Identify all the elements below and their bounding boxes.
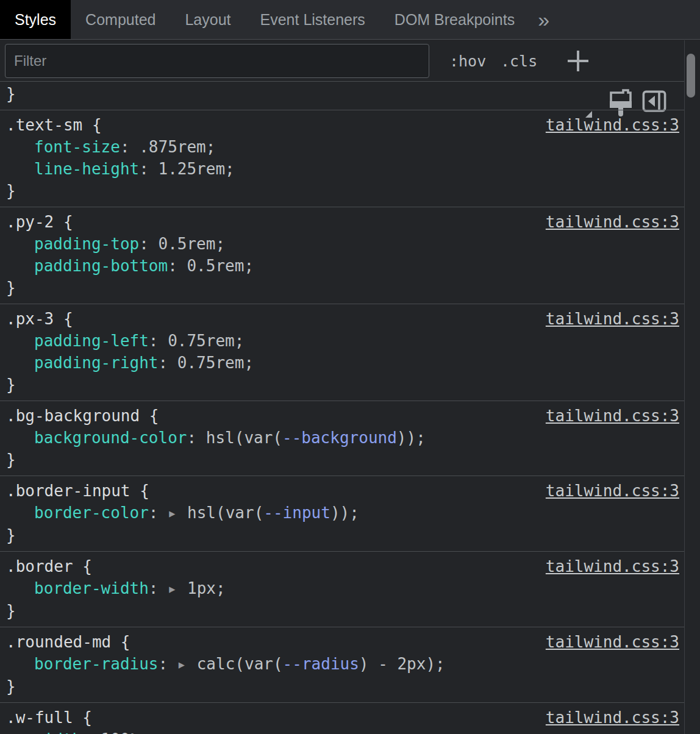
rule-selector[interactable]: .w-full: [6, 708, 73, 727]
property-value[interactable]: hsl(var(--background));: [206, 429, 426, 447]
opening-brace: {: [54, 213, 73, 231]
tab-event-listeners[interactable]: Event Listeners: [246, 0, 380, 39]
styles-toolbar: :hov .cls: [0, 40, 700, 82]
opening-brace: {: [73, 708, 92, 727]
rule-selector[interactable]: .border-input: [6, 482, 130, 500]
closing-brace: }: [6, 524, 678, 546]
devtools-sidebar-tabbar: StylesComputedLayoutEvent ListenersDOM B…: [0, 0, 700, 40]
rule-selector[interactable]: .rounded-md: [6, 633, 111, 651]
source-link[interactable]: tailwind.css:3: [546, 631, 679, 653]
property-colon: :: [139, 235, 158, 253]
opening-brace: {: [54, 310, 73, 328]
css-declaration: background-color: hsl(var(--background))…: [6, 427, 678, 449]
css-rule: tailwind.css:3.py-2 {padding-top: 0.5rem…: [0, 207, 684, 304]
tab-layout[interactable]: Layout: [170, 0, 245, 39]
css-variable-name[interactable]: --background: [282, 429, 397, 447]
rule-selector[interactable]: .text-sm: [6, 116, 82, 134]
closing-brace: }: [6, 675, 678, 697]
property-colon: :: [149, 504, 168, 522]
css-declaration: padding-top: 0.5rem;: [6, 233, 678, 255]
css-variable-name[interactable]: --radius: [283, 655, 359, 673]
css-rule: tailwind.css:3.border {border-width: ▶ 1…: [0, 552, 684, 627]
scrollbar-thumb[interactable]: [687, 54, 695, 98]
tab-computed[interactable]: Computed: [71, 0, 170, 39]
css-declaration: padding-left: 0.75rem;: [6, 330, 678, 352]
closing-brace: }: [6, 374, 678, 396]
property-name[interactable]: border-width: [34, 579, 149, 597]
source-link[interactable]: tailwind.css:3: [546, 211, 679, 233]
tab-dom-breakpoints[interactable]: DOM Breakpoints: [380, 0, 529, 39]
expand-longhands-icon[interactable]: ▶: [179, 654, 185, 675]
opening-brace: {: [111, 633, 130, 651]
opening-brace: {: [140, 407, 159, 425]
tab-styles[interactable]: Styles: [0, 0, 71, 39]
scrollbar-track[interactable]: [684, 40, 700, 734]
css-rule: tailwind.css:3.text-sm {font-size: .875r…: [0, 110, 684, 207]
property-name[interactable]: padding-right: [34, 354, 159, 372]
source-link[interactable]: tailwind.css:3: [546, 480, 679, 502]
property-value[interactable]: calc(var(--radius) - 2px);: [197, 655, 445, 673]
rule-selector[interactable]: .bg-background: [6, 407, 140, 425]
property-value[interactable]: 100%;: [101, 730, 149, 734]
property-colon: :: [149, 579, 168, 597]
property-value[interactable]: 0.5rem;: [187, 257, 254, 275]
rule-selector[interactable]: .border: [6, 557, 73, 575]
property-name[interactable]: padding-bottom: [34, 257, 168, 275]
css-rule: tailwind.css:3.bg-background {background…: [0, 401, 684, 476]
property-value[interactable]: hsl(var(--input));: [187, 504, 359, 522]
property-value[interactable]: 1.25rem;: [159, 160, 235, 178]
rule-selector[interactable]: .px-3: [6, 310, 54, 328]
property-colon: :: [187, 429, 205, 447]
css-rule: tailwind.css:3.border-input {border-colo…: [0, 476, 684, 552]
closing-brace: }: [6, 83, 678, 105]
closing-brace: }: [6, 449, 678, 471]
property-name[interactable]: font-size: [34, 138, 120, 156]
property-value[interactable]: 0.75rem;: [168, 332, 244, 350]
css-declaration: font-size: .875rem;: [6, 136, 678, 158]
source-link[interactable]: tailwind.css:3: [546, 308, 679, 330]
css-rule: }: [0, 82, 684, 110]
css-variable-name[interactable]: --input: [263, 504, 330, 522]
property-name[interactable]: background-color: [34, 429, 187, 447]
property-name[interactable]: padding-left: [34, 332, 149, 350]
css-declaration: border-color: ▶ hsl(var(--input));: [6, 502, 678, 524]
pseudo-state-toggle[interactable]: :hov: [449, 40, 486, 82]
property-colon: :: [168, 257, 187, 275]
property-value[interactable]: 0.75rem;: [177, 354, 254, 372]
expand-longhands-icon[interactable]: ▶: [169, 578, 175, 600]
more-tabs-icon[interactable]: »: [529, 0, 558, 39]
closing-brace: }: [6, 180, 678, 202]
property-colon: :: [139, 160, 158, 178]
property-value[interactable]: 0.5rem;: [159, 235, 226, 253]
property-name[interactable]: border-radius: [34, 655, 159, 673]
property-name[interactable]: border-color: [34, 504, 149, 522]
source-link[interactable]: tailwind.css:3: [546, 114, 679, 136]
css-rule: tailwind.css:3.w-full {width: 100%;}: [0, 703, 684, 734]
property-value[interactable]: .875rem;: [139, 138, 215, 156]
css-declaration: padding-bottom: 0.5rem;: [6, 255, 678, 277]
closing-brace: }: [6, 600, 678, 622]
property-name[interactable]: line-height: [34, 160, 139, 178]
element-class-toggle[interactable]: .cls: [501, 40, 537, 82]
expand-longhands-icon[interactable]: ▶: [169, 502, 175, 524]
property-colon: :: [159, 655, 177, 673]
property-name[interactable]: width: [34, 730, 82, 734]
css-declaration: line-height: 1.25rem;: [6, 158, 678, 180]
source-link[interactable]: tailwind.css:3: [546, 555, 679, 577]
property-value[interactable]: 1px;: [187, 579, 226, 597]
css-rule: tailwind.css:3.px-3 {padding-left: 0.75r…: [0, 304, 684, 401]
css-rule: tailwind.css:3.rounded-md {border-radius…: [0, 627, 684, 703]
source-link[interactable]: tailwind.css:3: [546, 405, 679, 427]
css-rules-list: }tailwind.css:3.text-sm {font-size: .875…: [0, 82, 684, 734]
css-declaration: border-radius: ▶ calc(var(--radius) - 2p…: [6, 653, 678, 675]
css-declaration: padding-right: 0.75rem;: [6, 352, 678, 374]
rule-selector[interactable]: .py-2: [6, 213, 54, 231]
css-declaration: border-width: ▶ 1px;: [6, 577, 678, 600]
source-link[interactable]: tailwind.css:3: [546, 707, 679, 729]
new-style-rule-icon[interactable]: [565, 48, 591, 74]
property-colon: :: [120, 138, 139, 156]
opening-brace: {: [130, 482, 149, 500]
property-name[interactable]: padding-top: [34, 235, 139, 253]
filter-input[interactable]: [5, 44, 429, 78]
property-colon: :: [82, 730, 101, 734]
